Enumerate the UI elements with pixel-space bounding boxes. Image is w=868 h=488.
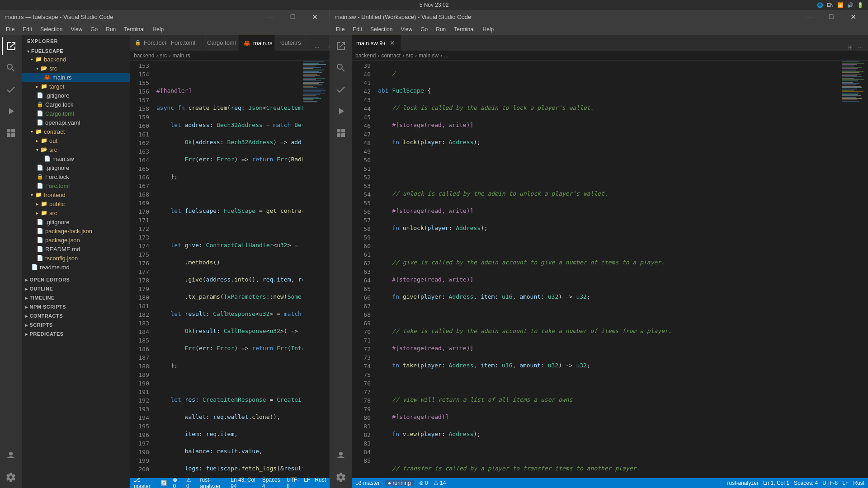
sidebar-item-root-readme[interactable]: 📄 readme.md [22,263,130,272]
right-branch[interactable]: ⎇ master [355,480,380,486]
right-activity-git[interactable] [332,80,350,99]
sidebar-item-backend[interactable]: ▾ 📁 backend [22,55,130,64]
menu-run[interactable]: Run [102,25,119,33]
activity-extensions[interactable] [2,124,20,142]
sidebar-item-gitignore-c[interactable]: 📄 .gitignore [22,163,130,172]
right-maximize-btn[interactable]: □ [821,10,841,23]
right-menu-view[interactable]: View [397,25,416,33]
menu-help[interactable]: Help [149,25,168,33]
right-minimize-btn[interactable]: — [799,10,819,23]
menu-file[interactable]: File [2,25,18,33]
section-outline[interactable]: ▸ OUTLINE [22,284,130,293]
breadcrumb-backend[interactable]: backend [134,52,154,59]
right-breadcrumb-contract[interactable]: contract [381,52,401,59]
breadcrumb-src[interactable]: src [160,52,167,59]
right-window-controls[interactable]: — □ ✕ [799,10,863,23]
project-root[interactable]: ▾ FUELSCAPE [22,47,130,55]
right-code-content[interactable]: / abi FuelScape { // lock is called by t… [374,61,841,478]
tab-main-sw-close[interactable]: ✕ [389,39,396,47]
menu-go[interactable]: Go [87,25,101,33]
menu-view[interactable]: View [67,25,86,33]
menu-terminal[interactable]: Terminal [120,25,148,33]
sidebar-item-tsconfig[interactable]: 📄 tsconfig.json [22,253,130,263]
activity-git[interactable] [2,80,20,99]
right-menu-run[interactable]: Run [432,25,449,33]
right-split-btn[interactable]: ⊞ [846,44,854,51]
sidebar-item-forc-toml[interactable]: 📄 Forc.toml [22,181,130,190]
sidebar-item-backend-src[interactable]: ▾ 📂 src [22,64,130,73]
sidebar-item-gitignore-b[interactable]: 📄 .gitignore [22,91,130,100]
sidebar-item-openapi[interactable]: 📄 openapi.yaml [22,118,130,127]
left-warnings[interactable]: ⚠ 0 [186,477,194,488]
right-encoding[interactable]: UTF-8 [822,480,838,486]
left-window-controls[interactable]: — □ ✕ [260,10,325,23]
left-ln-col[interactable]: Ln 43, Col 94 [231,477,257,488]
right-breadcrumb-more[interactable]: ... [444,52,448,59]
menu-edit[interactable]: Edit [19,25,36,33]
right-breadcrumb-src[interactable]: src [406,52,413,59]
left-minimize-btn[interactable]: — [260,10,281,23]
tabs-more-btn[interactable]: ··· [311,44,323,51]
left-sync[interactable]: 🔄 [160,480,167,486]
right-close-btn[interactable]: ✕ [843,10,863,23]
right-lang[interactable]: Rust [853,480,864,486]
sidebar-item-frontend[interactable]: ▾ 📁 frontend [22,190,130,199]
sidebar-item-cargo-lock[interactable]: 🔒 Cargo.lock [22,100,130,109]
right-activity-account[interactable] [332,446,350,465]
right-breadcrumb-backend[interactable]: backend [355,52,376,59]
right-activity-debug[interactable] [332,102,350,120]
right-breadcrumb-main-sw[interactable]: main.sw [419,52,439,59]
section-npm-scripts[interactable]: ▸ NPM SCRIPTS [22,302,130,311]
right-ln-col[interactable]: Ln 1, Col 1 [763,480,789,486]
section-open-editors[interactable]: ▸ OPEN EDITORS [22,275,130,284]
tab-router-rs[interactable]: router.rs [275,35,311,51]
right-activity-extensions[interactable] [332,124,350,142]
right-menu-file[interactable]: File [332,25,348,33]
left-lang[interactable]: Rust [315,477,326,488]
right-menu-edit[interactable]: Edit [349,25,366,33]
right-activity-search[interactable] [332,59,350,77]
sidebar-item-contract[interactable]: ▾ 📁 contract [22,127,130,136]
sidebar-item-target[interactable]: ▸ 📁 target [22,82,130,91]
left-editor-content[interactable]: 153154155156157 158159160161162 16316416… [130,61,330,478]
section-timeline[interactable]: ▸ TIMELINE [22,293,130,302]
right-warnings[interactable]: ⚠ 14 [434,480,446,486]
right-menu-selection[interactable]: Selection [367,25,396,33]
menu-selection[interactable]: Selection [37,25,66,33]
section-predicates[interactable]: ▸ PREDICATES [22,329,130,338]
sidebar-item-frontend-src[interactable]: ▸ 📁 src [22,208,130,217]
right-more-btn[interactable]: ··· [856,44,864,51]
left-maximize-btn[interactable]: □ [283,10,303,23]
left-spaces[interactable]: Spaces: 4 [262,477,282,488]
sidebar-item-cargo-toml[interactable]: 📄 Cargo.toml [22,109,130,118]
activity-debug[interactable] [2,102,20,120]
right-activity-explorer[interactable] [332,37,350,55]
activity-explorer[interactable] [2,37,20,55]
tab-main-sw[interactable]: main.sw 9+ ✕ [352,35,401,51]
left-branch[interactable]: ⎇ master [134,477,155,488]
sidebar-item-main-sw[interactable]: 📄 main.sw [22,154,130,163]
right-eol[interactable]: LF [842,480,849,486]
activity-settings[interactable] [2,468,20,486]
sidebar-item-forc-lock[interactable]: 🔒 Forc.lock [22,172,130,181]
sidebar-item-package-json[interactable]: 📄 package.json [22,235,130,244]
tab-main-rs[interactable]: 🦀 main.rs ✕ [239,35,275,51]
left-close-btn[interactable]: ✕ [305,10,325,23]
split-editor-btn[interactable]: ⊞ [326,44,330,51]
activity-search[interactable] [2,59,20,77]
right-editor-content[interactable]: 3940414243 4445464748 4950515253 5455565… [352,61,868,478]
right-menu-help[interactable]: Help [479,25,498,33]
left-encoding[interactable]: UTF-8 [287,477,299,488]
right-spaces[interactable]: Spaces: 4 [794,480,818,486]
section-scripts[interactable]: ▸ SCRIPTS [22,320,130,329]
tab-forc-lock[interactable]: 🔒 Forc.lock [130,35,166,51]
right-menu-terminal[interactable]: Terminal [450,25,478,33]
sidebar-item-package-lock[interactable]: 📄 package-lock.json [22,226,130,235]
sidebar-item-out[interactable]: ▸ 📁 out [22,136,130,145]
sidebar-item-gitignore-f[interactable]: 📄 .gitignore [22,217,130,226]
right-errors[interactable]: ⊗ 0 [419,480,428,486]
sidebar-item-readme[interactable]: 📄 README.md [22,244,130,253]
left-eol[interactable]: LF [304,477,310,488]
right-activity-settings[interactable] [332,468,350,486]
tab-forc-toml[interactable]: Forc.toml [166,35,203,51]
